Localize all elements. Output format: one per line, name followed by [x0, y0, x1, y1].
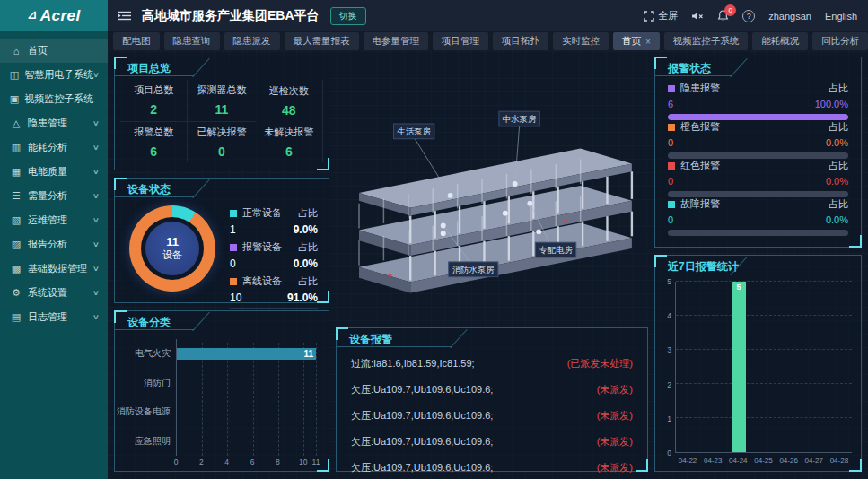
tab[interactable]: 视频监控子系统 — [664, 32, 749, 50]
x-tick-label: 04-27 — [802, 453, 827, 466]
scene-label[interactable]: 生活泵房 — [396, 126, 430, 136]
scene-label[interactable]: 专配电房 — [539, 245, 572, 255]
help-button[interactable]: ? — [742, 10, 755, 22]
alarm-type-label: 橙色报警 — [680, 120, 720, 134]
legend-label: 离线设备 — [242, 274, 282, 288]
header-right: 全屏 0 ? zhangsan English — [644, 9, 857, 22]
tab[interactable]: 隐患查询 — [164, 32, 220, 50]
alarm-row: 欠压:Ua109.7,Ub109.6,Uc109.6; (未派发) — [337, 403, 647, 429]
tab-bar: 配电图 隐患查询 隐患派发 最大需量报表 — [108, 31, 868, 51]
ratio-label: 占比 — [298, 206, 318, 220]
x-tick-label: 04-26 — [776, 453, 802, 466]
alarm-percent: 0.0% — [826, 137, 848, 148]
fullscreen-button[interactable]: 全屏 — [644, 9, 678, 22]
language-switcher[interactable]: English — [825, 11, 857, 22]
project-overview-panel: 项目总览 项目总数 2 探测器总数 — [114, 57, 329, 170]
stat-cell: 未解决报警 6 — [256, 122, 323, 163]
tab[interactable]: 隐患派发 — [224, 32, 280, 50]
notifications-button[interactable]: 0 — [717, 10, 729, 22]
sidebar-item[interactable]: ◫ 智慧用电子系统 ∨ — [0, 63, 108, 87]
sidebar-item[interactable]: ▩ 基础数据管理 ∨ — [0, 257, 108, 281]
legend-row: 离线设备 占比 10 91.0% — [230, 274, 318, 309]
page-title: 高地城市服务产业集团EBA平台 — [142, 8, 320, 24]
category-label: 电气火灾 — [120, 339, 176, 369]
device-status-legend: 正常设备 占比 1 9.0% — [223, 203, 318, 293]
alarm-status-row: 橙色报警 占比 0 0.0% — [668, 120, 848, 159]
scene-label[interactable]: 中水泵房 — [503, 114, 536, 124]
alarm-text: 欠压:Ua109.7,Ub109.6,Uc109.6; — [351, 409, 493, 422]
alarm-status: (已派发未处理) — [567, 357, 633, 370]
sidebar-item-icon: ◫ — [9, 69, 20, 81]
sidebar-item-label: 视频监控子系统 — [24, 92, 93, 106]
notification-badge: 0 — [724, 4, 736, 16]
sidebar-item[interactable]: ⌂ 首页 ∨ — [0, 39, 108, 63]
tab-close-icon[interactable]: × — [645, 37, 651, 47]
sidebar-item[interactable]: △ 隐患管理 ∨ — [0, 111, 108, 135]
alarm-status-row: 故障报警 占比 0 0.0% — [668, 197, 848, 236]
sidebar-item[interactable]: ▨ 报告分析 ∨ — [0, 232, 108, 257]
sidebar-item[interactable]: ⚙ 系统设置 ∨ — [0, 281, 108, 305]
tab-label: 视频监控子系统 — [673, 35, 740, 48]
building-3d-view[interactable]: 生活泵房 中水泵房 专配电房 消防水泵房 — [336, 57, 648, 322]
sidebar-item[interactable]: ▥ 能耗分析 ∨ — [0, 135, 108, 160]
legend-label: 报警设备 — [242, 240, 282, 254]
donut-center-value: 11 — [166, 235, 179, 248]
ratio-label: 占比 — [298, 274, 318, 288]
gridline — [316, 343, 317, 456]
sidebar-item[interactable]: ☰ 需量分析 ∨ — [0, 184, 108, 208]
legend-value: 1 — [230, 223, 236, 236]
progress-fill — [668, 114, 848, 120]
sidebar-item[interactable]: ▣ 视频监控子系统 ∨ — [0, 87, 108, 111]
collapse-menu-icon[interactable] — [118, 11, 131, 21]
alarm-row: 欠压:Ua109.7,Ub109.6,Uc109.6; (未派发) — [337, 377, 647, 403]
tab[interactable]: 同比分析 — [812, 32, 868, 50]
tab[interactable]: 最大需量报表 — [285, 32, 359, 50]
ratio-label: 占比 — [829, 120, 848, 134]
stat-cell: 项目总数 2 — [120, 80, 188, 122]
stat-label: 已解决报警 — [197, 126, 246, 139]
header: 高地城市服务产业集团EBA平台 切换 全屏 0 ? zhangsan Engli… — [108, 0, 868, 31]
tab[interactable]: 电参量管理 — [364, 32, 429, 50]
eba-dashboard: ⊿Acrel ⌂ 首页 ∨ ◫ 智慧用电子系统 ∨ ▣ 视频监控子系统 — [0, 0, 868, 479]
sidebar-item[interactable]: ▤ 日志管理 ∨ — [0, 305, 108, 329]
fullscreen-icon — [644, 11, 654, 22]
y-tick-label: 4 — [667, 311, 671, 320]
chevron-down-icon: ∨ — [92, 313, 100, 321]
tab-label: 同比分析 — [821, 35, 859, 48]
tab[interactable]: 实时监控 — [553, 32, 609, 50]
device-status-donut: 11 设备 — [129, 205, 215, 292]
x-tick-label: 04-25 — [750, 453, 776, 466]
legend-label: 正常设备 — [242, 206, 282, 220]
tab[interactable]: 能耗概况 — [752, 32, 808, 50]
sidebar-item[interactable]: ▧ 运维管理 ∨ — [0, 208, 108, 232]
scene-label[interactable]: 消防水泵房 — [452, 265, 495, 274]
switch-button[interactable]: 切换 — [330, 7, 366, 25]
user-menu[interactable]: zhangsan — [768, 11, 811, 22]
x-tick-label: 04-22 — [675, 453, 700, 466]
sidebar-item-label: 基础数据管理 — [28, 262, 93, 275]
sidebar-item-icon: ▣ — [9, 93, 20, 105]
stat-value: 6 — [285, 144, 293, 159]
panel-title: 设备报警 — [337, 328, 647, 347]
stat-label: 巡检次数 — [269, 84, 309, 98]
stat-value: 6 — [150, 144, 157, 159]
tab[interactable]: 首页 × — [613, 32, 660, 50]
alarm-percent: 0.0% — [826, 176, 848, 187]
tab[interactable]: 配电图 — [113, 32, 160, 50]
category-axis-labels: 电气火灾消防门消防设备电源应急照明 — [120, 339, 176, 456]
device-status-panel: 设备状态 11 设备 — [114, 178, 329, 303]
mute-button[interactable] — [691, 11, 704, 22]
tab[interactable]: 项目管理 — [433, 32, 488, 50]
tab[interactable]: 项目拓扑 — [493, 32, 548, 50]
bar: 5 — [732, 282, 746, 452]
sidebar-item[interactable]: ▦ 电能质量 ∨ — [0, 160, 108, 184]
bar-column — [802, 282, 827, 452]
acrel-logo-icon: ⊿ — [27, 8, 37, 22]
bar-column — [751, 282, 776, 452]
y-tick-label: 0 — [667, 449, 671, 457]
bar-column — [827, 282, 852, 452]
alarm-type-label: 红色报警 — [680, 159, 720, 172]
chevron-down-icon: ∨ — [92, 265, 100, 273]
category-x-axis: 024681011 — [176, 456, 316, 467]
alarm-status-row: 红色报警 占比 0 0.0% — [668, 159, 848, 197]
